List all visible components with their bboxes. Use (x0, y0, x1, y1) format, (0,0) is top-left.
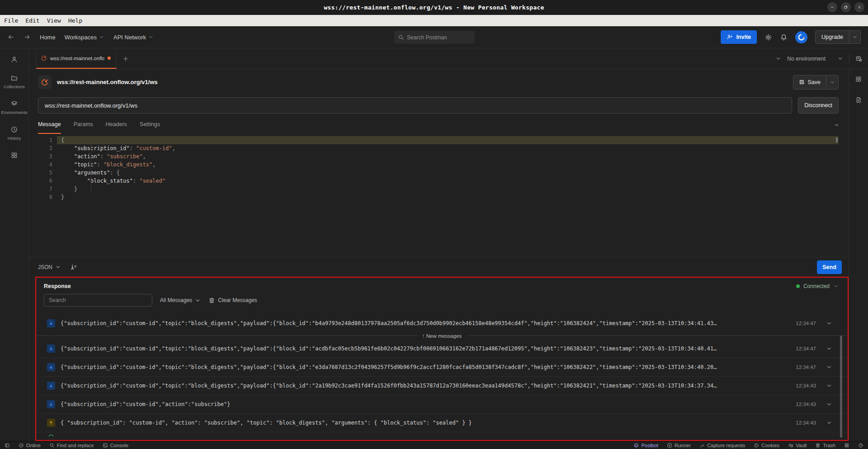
new-messages-divider[interactable]: ↑ New messages (36, 332, 848, 339)
sidebar-item-history[interactable]: History (8, 126, 21, 141)
maximize-button[interactable] (841, 2, 851, 12)
message-row[interactable] (36, 432, 848, 436)
gear-icon (765, 33, 772, 41)
chevron-down-icon[interactable] (826, 345, 832, 352)
editor-line[interactable]: 4 "topic": "block_digests", (29, 161, 849, 169)
environment-quick-look[interactable] (855, 55, 863, 62)
message-row[interactable]: {"subscription_id":"custom-id","topic":"… (36, 314, 848, 332)
beautify-button[interactable] (70, 264, 77, 271)
statusbar-find-and-replace[interactable]: Find and replace (49, 443, 94, 448)
nav-home[interactable]: Home (40, 34, 56, 41)
save-main[interactable]: Save (793, 76, 826, 89)
message-row[interactable]: {"subscription_id":"custom-id","topic":"… (36, 358, 848, 376)
postbot-icon (633, 443, 639, 448)
chevron-down-icon[interactable] (826, 420, 832, 426)
save-menu[interactable] (826, 76, 838, 89)
chevron-down-icon[interactable] (826, 364, 832, 370)
chevron-down-icon[interactable] (826, 383, 832, 389)
search-input[interactable] (407, 34, 470, 41)
editor-line[interactable]: 8} (29, 193, 849, 201)
editor-line[interactable]: 7 } (29, 185, 849, 193)
statusbar-trash[interactable]: Trash (815, 443, 835, 448)
response-search-input[interactable] (44, 294, 152, 307)
message-filter[interactable]: All Messages (160, 297, 201, 303)
invite-button[interactable]: Invite (721, 30, 757, 44)
global-search[interactable] (394, 31, 474, 44)
windows-icon (844, 443, 849, 448)
close-button[interactable] (854, 2, 864, 12)
message-row[interactable]: {"subscription_id":"custom-id","action":… (36, 395, 848, 413)
environments-icon (10, 100, 18, 108)
menu-item-edit[interactable]: Edit (25, 17, 39, 24)
statusbar-vault[interactable]: Vault (788, 443, 807, 448)
editor-line[interactable]: 2 "subscription_id": "custom-id", (29, 144, 849, 152)
url-input[interactable] (38, 97, 792, 113)
arrow-right-icon (23, 33, 31, 41)
back-button[interactable] (7, 33, 14, 41)
message-row[interactable]: {"subscription_id":"custom-id","topic":"… (36, 339, 848, 358)
request-tab[interactable]: wss://rest-mainnet.onflow (36, 48, 117, 69)
editor-line[interactable]: 3 "action": "subscribe", (29, 152, 849, 161)
statusbar-windows[interactable] (844, 443, 849, 448)
response-scrollbar[interactable] (840, 336, 842, 438)
message-time: 12:34:43 (796, 420, 816, 425)
title-bar: wss://rest-mainnet.onflow.org/v1/ws - Ne… (0, 0, 868, 15)
upgrade-menu[interactable] (849, 31, 860, 43)
new-tab-button[interactable] (122, 56, 129, 62)
connection-status[interactable]: Connected (796, 283, 840, 289)
statusbar-postbot[interactable]: Postbot (633, 443, 658, 448)
clear-messages-button[interactable]: Clear Messages (208, 297, 257, 304)
tab-message[interactable]: Message (38, 116, 61, 134)
editor-line[interactable]: 5 "arguments": { (29, 169, 849, 177)
notifications-button[interactable] (780, 33, 788, 41)
chevron-down-icon[interactable] (826, 320, 832, 326)
message-text: {"subscription_id":"custom-id","topic":"… (61, 320, 785, 326)
format-select[interactable]: JSON (38, 264, 61, 270)
collapse-editor-button[interactable] (834, 122, 840, 128)
statusbar-online[interactable]: Online (19, 443, 41, 448)
capture-icon (699, 443, 705, 448)
bell-icon (780, 33, 788, 41)
message-row[interactable]: {"subscription_id":"custom-id","topic":"… (36, 376, 848, 395)
menu-item-help[interactable]: Help (68, 17, 82, 24)
statusbar-cookies[interactable]: Cookies (754, 443, 779, 448)
line-number: 5 (29, 169, 57, 177)
menu-item-view[interactable]: View (47, 17, 61, 24)
menu-item-file[interactable]: File (4, 17, 18, 24)
layout-windows-icon[interactable] (855, 76, 862, 83)
sidebar-item-person[interactable] (10, 56, 18, 63)
nav-right: Invite Upgrade (721, 30, 861, 44)
sidebar-item-collections[interactable]: Collections (4, 74, 24, 89)
statusbar-capture-requests[interactable]: Capture requests (699, 443, 745, 448)
chevron-down-icon (55, 264, 61, 270)
sidebar-item-environments[interactable]: Environments (1, 100, 27, 115)
tab-list-chevron-icon[interactable] (775, 56, 781, 61)
nav-workspaces[interactable]: Workspaces (65, 34, 104, 41)
statusbar-console[interactable]: Console (103, 443, 128, 448)
avatar[interactable] (795, 31, 807, 43)
environment-selector[interactable]: No environment (787, 56, 843, 62)
statusbar-help[interactable] (858, 443, 863, 448)
settings-button[interactable] (765, 33, 772, 41)
disconnect-button[interactable]: Disconnect (798, 97, 839, 113)
editor-line[interactable]: 1{ (29, 136, 849, 144)
chevron-down-icon[interactable] (826, 401, 832, 407)
forward-button[interactable] (23, 33, 31, 41)
tab-params[interactable]: Params (74, 116, 93, 134)
send-button[interactable]: Send (817, 260, 842, 274)
message-editor[interactable]: 1{2 "subscription_id": "custom-id",3 "ac… (29, 134, 849, 257)
editor-line[interactable]: 6 "block_status": "sealed" (29, 177, 849, 185)
help-icon (858, 443, 863, 448)
left-rail: CollectionsEnvironmentsHistory (0, 48, 29, 441)
sidebar-item-apps[interactable] (10, 151, 18, 159)
message-row[interactable]: { "subscription_id": "custom-id", "actio… (36, 413, 848, 432)
statusbar-runner[interactable]: Runner (667, 443, 691, 448)
editor-scrollbar[interactable] (836, 137, 838, 142)
tab-settings[interactable]: Settings (140, 116, 160, 134)
nav-api-network[interactable]: API Network (113, 34, 154, 41)
documentation-icon[interactable] (855, 96, 862, 104)
minimize-button[interactable] (827, 2, 837, 12)
statusbar-panel[interactable] (5, 443, 10, 448)
upgrade-main[interactable]: Upgrade (816, 31, 849, 43)
tab-headers[interactable]: Headers (106, 116, 127, 134)
